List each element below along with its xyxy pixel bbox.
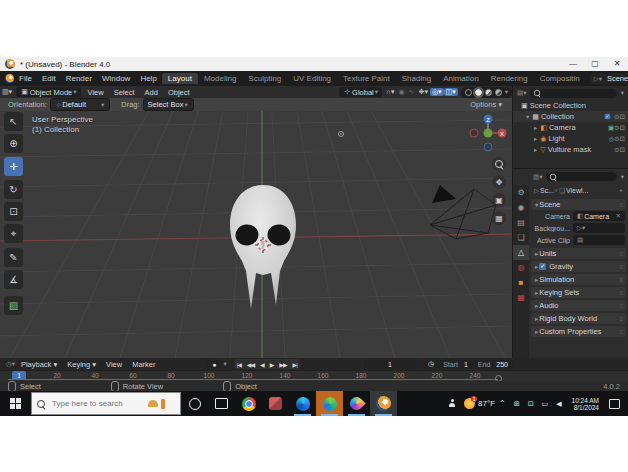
- breadcrumb-scene[interactable]: Sc...: [540, 187, 554, 194]
- options-dropdown[interactable]: Options ▾: [470, 100, 502, 109]
- people-icon[interactable]: [449, 399, 455, 408]
- taskbar-redapp-icon[interactable]: [262, 391, 289, 416]
- current-frame-field[interactable]: 1: [364, 359, 416, 369]
- tab-render[interactable]: ◉: [513, 200, 529, 215]
- xray-toggle-icon[interactable]: ◫▾: [444, 88, 458, 96]
- timeline-menu-keying[interactable]: Keying ▾: [62, 360, 101, 369]
- viewport-3d-canvas[interactable]: User Perspective (1) Collection ↖ ⊕ ✛ ↻ …: [0, 111, 512, 358]
- viewport-menu-add[interactable]: Add: [140, 88, 163, 97]
- camera-object[interactable]: [422, 183, 502, 243]
- pin-icon[interactable]: ⌖: [618, 187, 624, 195]
- vulture-mask-object[interactable]: [218, 183, 308, 315]
- tool-measure[interactable]: ∡: [4, 270, 23, 289]
- orientation-setting-dropdown[interactable]: ⊹ Default ▾: [50, 98, 110, 111]
- camera-field[interactable]: ◧ Camera ✕: [573, 211, 625, 221]
- taskbar-edge-beta-icon[interactable]: [316, 391, 343, 416]
- use-preview-range-icon[interactable]: ◷: [424, 359, 438, 369]
- tab-viewlayer[interactable]: ❏: [513, 230, 529, 245]
- close-button[interactable]: ✕: [606, 57, 628, 71]
- timeline-menu-view[interactable]: View: [101, 360, 127, 369]
- properties-search[interactable]: [546, 172, 616, 181]
- properties-editor-icon[interactable]: ▥▾: [532, 173, 543, 181]
- outliner-filter-icon[interactable]: ▾: [620, 89, 625, 97]
- outliner-row-camera[interactable]: ▸ ◧ Camera ▣ ⊙ ⊡: [513, 122, 628, 133]
- battery-icon[interactable]: ▭: [542, 400, 549, 408]
- outliner-row-light[interactable]: ▸ ◉ Light ◎ ⊙ ⊡: [513, 133, 628, 144]
- snap-magnet-icon[interactable]: ∩▾: [384, 88, 397, 96]
- panel-keying-sets[interactable]: ▸Keying Sets≡: [531, 287, 626, 298]
- taskbar-blender-icon[interactable]: [370, 391, 397, 416]
- task-view-button[interactable]: [208, 391, 235, 416]
- onedrive-icon[interactable]: ⊞: [514, 400, 520, 408]
- render-visibility-icon[interactable]: ⊡: [620, 113, 625, 121]
- overlays-icon[interactable]: ◎▾: [430, 88, 444, 96]
- taskbar-paint3d-icon[interactable]: [343, 391, 370, 416]
- activeclip-field[interactable]: ▤: [573, 235, 625, 245]
- shading-material-icon[interactable]: [485, 89, 492, 96]
- tab-object[interactable]: ■: [513, 275, 529, 290]
- outliner-search[interactable]: [530, 89, 616, 98]
- proportional-edit-icon[interactable]: ◉: [397, 88, 407, 96]
- tool-select-box[interactable]: ↖: [4, 112, 23, 131]
- next-keyframe-button[interactable]: ▶▶: [276, 361, 289, 368]
- mode-dropdown[interactable]: ▣ Object Mode ▾: [16, 87, 80, 97]
- play-backwards-button[interactable]: ◀: [257, 361, 267, 368]
- navigation-gizmo[interactable]: Z X: [466, 111, 512, 159]
- taskbar-clock[interactable]: 10:24 AM 8/1/2024: [572, 397, 599, 411]
- tool-annotate[interactable]: ✎: [4, 248, 23, 267]
- workspace-tab-modeling[interactable]: Modeling: [198, 73, 242, 84]
- timeline-menu-playback[interactable]: Playback ▾: [16, 360, 62, 369]
- tab-world[interactable]: ◍: [513, 260, 529, 275]
- weather-icon[interactable]: 1: [464, 398, 475, 409]
- editor-type-icon[interactable]: ▥▾: [0, 88, 14, 96]
- notification-center-icon[interactable]: [609, 399, 620, 409]
- viewport-menu-object[interactable]: Object: [163, 88, 195, 97]
- network-icon[interactable]: ⊡: [528, 400, 534, 408]
- tool-add-cube[interactable]: ▧: [4, 296, 23, 315]
- workspace-tab-texturepaint[interactable]: Texture Paint: [337, 73, 396, 84]
- workspace-tab-layout[interactable]: Layout: [162, 73, 198, 84]
- tab-tool[interactable]: ⚙: [513, 185, 529, 200]
- timeline-ruler[interactable]: 20 40 60 80 100 120 140 160 180 200 220 …: [0, 370, 628, 381]
- shading-wireframe-icon[interactable]: [465, 89, 472, 96]
- tab-physics[interactable]: ▦: [513, 290, 529, 305]
- render-visibility-icon[interactable]: ⊡: [620, 135, 625, 143]
- taskbar-search[interactable]: [31, 392, 181, 415]
- outliner-display-mode-icon[interactable]: ▤▾: [516, 89, 527, 97]
- expand-icon[interactable]: ▸: [533, 146, 538, 154]
- tab-output[interactable]: ▤: [513, 215, 529, 230]
- outliner-row-scene-collection[interactable]: ▣ Scene Collection: [513, 100, 628, 111]
- menu-window[interactable]: Window: [97, 74, 135, 83]
- expand-icon[interactable]: ▸: [533, 135, 538, 143]
- expand-icon[interactable]: ▸: [533, 124, 538, 132]
- menu-render[interactable]: Render: [61, 74, 97, 83]
- workspace-tab-rendering[interactable]: Rendering: [485, 73, 534, 84]
- shading-solid-icon[interactable]: [475, 89, 482, 96]
- timeline-scrollbar[interactable]: [8, 379, 498, 380]
- timeline-editor-icon[interactable]: ◷▾: [5, 360, 16, 368]
- falloff-icon[interactable]: ∿: [407, 88, 417, 96]
- blender-menu-icon[interactable]: [5, 74, 14, 83]
- autokey-button[interactable]: ●: [206, 359, 222, 369]
- timeline-menu-marker[interactable]: Marker: [127, 360, 160, 369]
- workspace-tab-shading[interactable]: Shading: [396, 73, 437, 84]
- show-gizmo-icon[interactable]: ✥▾: [417, 88, 430, 96]
- tab-scene[interactable]: △: [513, 245, 529, 260]
- panel-custom-properties[interactable]: ▸Custom Properties≡: [531, 326, 626, 337]
- taskbar-edge-icon[interactable]: [289, 391, 316, 416]
- viewport-menu-select[interactable]: Select: [109, 88, 140, 97]
- jump-start-button[interactable]: |◀: [234, 361, 244, 368]
- workspace-tab-uvediting[interactable]: UV Editing: [287, 73, 337, 84]
- outliner-row-collection[interactable]: ▾ ▦ Collection ✓ ⊙ ⊡: [513, 111, 628, 122]
- menu-help[interactable]: Help: [135, 74, 161, 83]
- workspace-tab-compositing[interactable]: Compositin: [534, 73, 586, 84]
- taskbar-chrome-icon[interactable]: [235, 391, 262, 416]
- start-button[interactable]: [10, 398, 21, 409]
- ortho-toggle-icon[interactable]: ▦: [492, 211, 506, 225]
- temperature-label[interactable]: 87°F: [478, 399, 495, 408]
- breadcrumb-viewlayer[interactable]: Viewl...: [566, 187, 588, 194]
- workspace-tab-sculpting[interactable]: Sculpting: [242, 73, 287, 84]
- tool-transform[interactable]: ⌖: [4, 224, 23, 243]
- workspace-tab-animation[interactable]: Animation: [437, 73, 485, 84]
- volume-icon[interactable]: ◀: [556, 400, 561, 408]
